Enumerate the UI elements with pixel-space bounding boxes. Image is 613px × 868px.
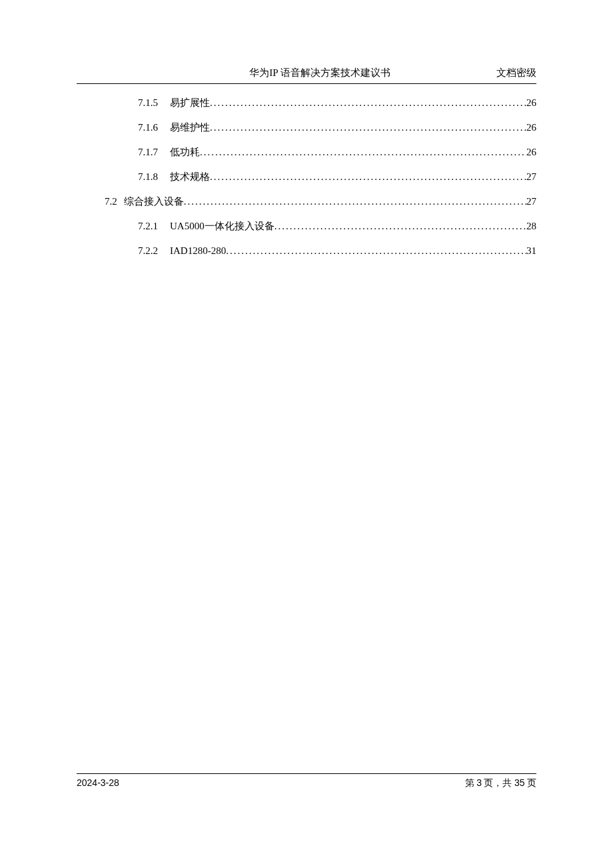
total-page-number: 35 — [514, 777, 525, 788]
toc-leader-dots: ........................................… — [226, 244, 526, 258]
toc-title: 技术规格 — [170, 170, 210, 184]
toc-leader-dots: ........................................… — [210, 121, 526, 135]
page-prefix: 第 — [465, 778, 474, 788]
toc-page-number: 27 — [526, 195, 536, 209]
toc-page-number: 27 — [526, 170, 536, 184]
toc-leader-dots: ........................................… — [210, 96, 526, 110]
toc-title: 易扩展性 — [170, 96, 210, 110]
toc-number: 7.1.6 — [138, 121, 158, 135]
toc-leader-dots: ........................................… — [184, 195, 526, 209]
document-page: 华为IP 语音解决方案技术建议书 文档密级 7.1.5 易扩展性 .......… — [0, 0, 613, 868]
page-header: 华为IP 语音解决方案技术建议书 文档密级 — [77, 67, 536, 84]
page-footer: 2024-3-28 第 3 页，共 35 页 — [77, 773, 536, 789]
page-mid: 页，共 — [484, 778, 512, 788]
toc-number: 7.2.2 — [138, 244, 158, 258]
toc-page-number: 28 — [526, 219, 536, 233]
toc-number: 7.1.8 — [138, 170, 158, 184]
toc-page-number: 26 — [526, 96, 536, 110]
toc-page-number: 26 — [526, 145, 536, 159]
toc-entry: 7.1.8 技术规格 .............................… — [77, 170, 536, 184]
toc-number: 7.2 — [105, 195, 117, 209]
toc-leader-dots: ........................................… — [210, 170, 526, 184]
current-page-number: 3 — [476, 777, 482, 788]
toc-title: 低功耗 — [170, 145, 200, 159]
footer-page-indicator: 第 3 页，共 35 页 — [465, 777, 536, 789]
toc-number: 7.1.5 — [138, 96, 158, 110]
toc-entry: 7.1.6 易维护性 .............................… — [77, 121, 536, 135]
document-title: 华为IP 语音解决方案技术建议书 — [77, 67, 496, 79]
toc-entry: 7.2.2 IAD1280-280 ......................… — [77, 244, 536, 258]
toc-number: 7.2.1 — [138, 219, 158, 233]
toc-number: 7.1.7 — [138, 145, 158, 159]
toc-leader-dots: ........................................… — [275, 219, 526, 233]
toc-page-number: 31 — [526, 244, 536, 258]
toc-title: 综合接入设备 — [124, 195, 184, 209]
table-of-contents: 7.1.5 易扩展性 .............................… — [77, 96, 536, 258]
toc-page-number: 26 — [526, 121, 536, 135]
classification-label: 文档密级 — [496, 67, 536, 79]
toc-title: UA5000一体化接入设备 — [170, 219, 275, 233]
toc-entry: 7.1.5 易扩展性 .............................… — [77, 96, 536, 110]
toc-leader-dots: ........................................… — [200, 145, 526, 159]
page-suffix: 页 — [527, 778, 536, 788]
toc-entry: 7.2 综合接入设备 .............................… — [77, 195, 536, 209]
toc-entry: 7.1.7 低功耗 ..............................… — [77, 145, 536, 159]
footer-date: 2024-3-28 — [77, 777, 119, 789]
toc-title: 易维护性 — [170, 121, 210, 135]
toc-title: IAD1280-280 — [170, 244, 226, 258]
toc-entry: 7.2.1 UA5000一体化接入设备 ....................… — [77, 219, 536, 233]
